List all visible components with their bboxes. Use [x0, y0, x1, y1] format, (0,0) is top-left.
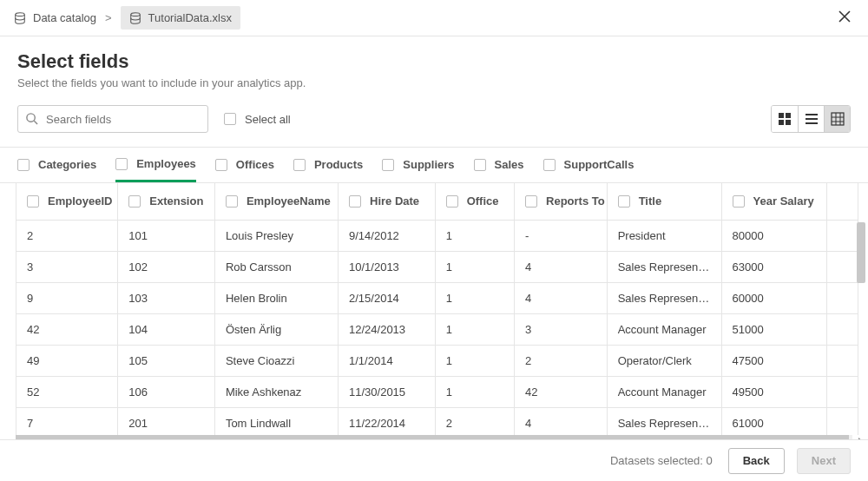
- tab-employees[interactable]: Employees: [115, 148, 196, 182]
- svg-rect-7: [786, 120, 791, 125]
- svg-point-0: [16, 12, 25, 16]
- column-header[interactable]: Reports To: [515, 183, 608, 220]
- table-cell: Sales Representative: [607, 407, 721, 435]
- table-cell-extra: [827, 376, 858, 407]
- tab-sales[interactable]: Sales: [474, 148, 524, 182]
- table-cell: 4: [515, 282, 608, 313]
- table-icon: [831, 112, 845, 126]
- tab-suppliers[interactable]: Suppliers: [382, 148, 454, 182]
- table-cell: 1: [435, 313, 514, 345]
- table-cell: Östen Ärlig: [214, 313, 338, 345]
- tab-checkbox[interactable]: [382, 159, 394, 171]
- column-header[interactable]: Extension: [118, 183, 215, 220]
- view-toggle-list[interactable]: [798, 106, 824, 132]
- close-button[interactable]: [835, 7, 854, 30]
- table-cell: 60000: [721, 282, 827, 313]
- column-label: EmployeeName: [247, 194, 331, 208]
- svg-rect-11: [832, 113, 844, 125]
- table-cell: 63000: [721, 251, 827, 282]
- table-row[interactable]: 9103Helen Brolin2/15/201414Sales Represe…: [16, 282, 858, 313]
- column-label: Title: [639, 194, 662, 208]
- column-checkbox[interactable]: [27, 195, 39, 208]
- column-label: EmployeeID: [48, 194, 112, 208]
- table-row[interactable]: 2101Louis Presley9/14/20121-President800…: [16, 220, 858, 251]
- select-all[interactable]: Select all: [224, 113, 291, 126]
- breadcrumb-root-label: Data catalog: [33, 11, 96, 24]
- table-cell: 1: [435, 220, 514, 251]
- column-header[interactable]: EmployeeName: [214, 183, 338, 220]
- tab-categories[interactable]: Categories: [17, 148, 96, 182]
- svg-line-3: [34, 121, 37, 124]
- table-cell: 7: [16, 407, 118, 435]
- table-row[interactable]: 42104Östen Ärlig12/24/201313Account Mana…: [16, 313, 858, 345]
- tab-checkbox[interactable]: [115, 158, 128, 170]
- table-cell: 4: [515, 407, 608, 435]
- breadcrumb-current-label: TutorialData.xlsx: [148, 11, 232, 24]
- column-header[interactable]: Office: [435, 183, 514, 220]
- table-cell: Operator/Clerk: [607, 345, 721, 376]
- vertical-scrollbar[interactable]: [857, 222, 865, 283]
- table-cell: 11/30/2015: [339, 376, 436, 407]
- column-checkbox[interactable]: [525, 195, 537, 208]
- column-header[interactable]: EmployeeID: [16, 183, 118, 220]
- table-cell: 4: [515, 251, 608, 282]
- table-cell: 10/1/2013: [339, 251, 436, 282]
- table-row[interactable]: 3102Rob Carsson10/1/201314Sales Represen…: [16, 251, 858, 282]
- table-cell: 103: [118, 282, 215, 313]
- database-icon: [129, 12, 141, 24]
- table-cell: 101: [118, 220, 215, 251]
- tab-checkbox[interactable]: [17, 159, 30, 171]
- search-input[interactable]: [17, 105, 208, 133]
- close-icon: [838, 10, 851, 23]
- view-toggle-grid[interactable]: [772, 106, 798, 132]
- view-toggle-table[interactable]: [824, 106, 850, 132]
- table-cell: 42: [515, 376, 608, 407]
- select-all-checkbox[interactable]: [224, 113, 236, 125]
- table-cell-extra: [827, 220, 858, 251]
- svg-rect-6: [779, 120, 784, 125]
- table-cell: President: [607, 220, 721, 251]
- column-checkbox[interactable]: [226, 195, 238, 208]
- back-button[interactable]: Back: [728, 448, 785, 474]
- tab-checkbox[interactable]: [474, 159, 486, 171]
- column-checkbox[interactable]: [733, 195, 745, 208]
- table-cell: Steve Cioazzi: [214, 345, 338, 376]
- next-button: Next: [797, 448, 851, 474]
- tab-supportcalls[interactable]: SupportCalls: [543, 148, 635, 182]
- table-cell: 9: [16, 282, 118, 313]
- table-cell: Helen Brolin: [214, 282, 338, 313]
- list-icon: [805, 112, 819, 126]
- tab-checkbox[interactable]: [543, 159, 556, 171]
- table-cell: 12/24/2013: [339, 313, 436, 345]
- table-row[interactable]: 7201Tom Lindwall11/22/201424Sales Repres…: [16, 407, 858, 435]
- breadcrumb-current[interactable]: TutorialData.xlsx: [121, 6, 240, 30]
- column-checkbox[interactable]: [349, 195, 361, 208]
- svg-rect-10: [806, 122, 818, 124]
- table-row[interactable]: 52106Mike Ashkenaz11/30/2015142Account M…: [16, 376, 858, 407]
- data-table: EmployeeIDExtensionEmployeeNameHire Date…: [16, 183, 858, 435]
- column-checkbox[interactable]: [618, 195, 630, 208]
- tab-checkbox[interactable]: [215, 159, 227, 171]
- tab-checkbox[interactable]: [293, 159, 306, 171]
- column-checkbox[interactable]: [446, 195, 458, 208]
- table-cell: Sales Representative: [607, 282, 721, 313]
- view-toggle-group: [771, 105, 851, 133]
- table-cell: 3: [16, 251, 118, 282]
- database-icon: [14, 12, 26, 24]
- column-header[interactable]: Title: [607, 183, 721, 220]
- page-subtitle: Select the fields you want to include in…: [17, 76, 851, 89]
- search-field-wrap: [17, 105, 208, 133]
- data-table-wrap[interactable]: EmployeeIDExtensionEmployeeNameHire Date…: [16, 183, 868, 435]
- tab-products[interactable]: Products: [293, 148, 363, 182]
- column-header[interactable]: Hire Date: [339, 183, 436, 220]
- table-cell: 1: [435, 376, 514, 407]
- table-row[interactable]: 49105Steve Cioazzi1/1/201412Operator/Cle…: [16, 345, 858, 376]
- breadcrumb-root[interactable]: Data catalog: [14, 11, 96, 24]
- table-cell: 106: [118, 376, 215, 407]
- column-checkbox[interactable]: [128, 195, 141, 208]
- column-label: Office: [467, 194, 499, 208]
- tabs-row: CategoriesEmployeesOfficesProductsSuppli…: [0, 147, 868, 183]
- tab-offices[interactable]: Offices: [215, 148, 274, 182]
- select-all-label: Select all: [245, 113, 291, 126]
- column-header[interactable]: Year Salary: [721, 183, 827, 220]
